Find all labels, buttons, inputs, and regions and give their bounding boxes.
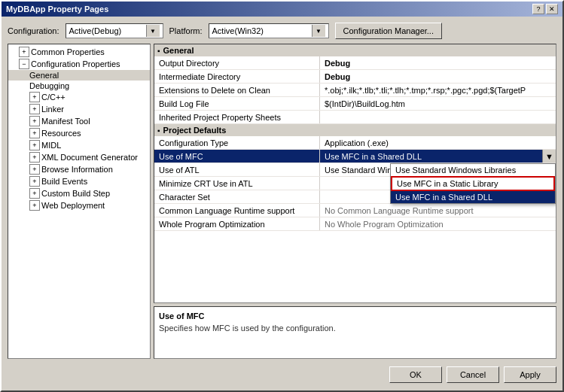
config-dropdown-arrow[interactable]: ▼ [146,25,160,37]
prop-value-intermediate-dir[interactable]: Debug [320,70,556,83]
config-dropdown[interactable]: Active(Debug) ▼ [66,23,163,38]
prop-value-config-type[interactable]: Application (.exe) [320,136,556,149]
popup-item-use-standard[interactable]: Use Standard Windows Libraries [391,164,555,176]
use-mfc-value: Use MFC in a Shared DLL [325,152,422,161]
prop-name-output-dir: Output Directory [154,56,320,69]
project-defaults-label: Project Defaults [163,126,227,135]
expand-midl[interactable] [29,140,40,150]
general-section-header: ▪ General [154,44,556,56]
prop-row-inherited-sheets: Inherited Project Property Sheets [154,111,556,124]
window-title: MyDBApp Property Pages [6,5,108,14]
popup-item-use-shared[interactable]: Use MFC in a Shared DLL [391,191,555,203]
tree-label-general: General [29,71,59,80]
prop-name-extensions: Extensions to Delete on Clean [154,84,320,96]
main-area: Common Properties Configuration Properti… [8,44,556,359]
tree-item-midl[interactable]: MIDL [8,139,150,151]
prop-name-buildlog: Build Log File [154,97,320,110]
tree-label-cpp: C/C++ [41,93,66,102]
prop-value-buildlog[interactable]: $(IntDir)\BuildLog.htm [320,97,556,110]
tree-label-resources: Resources [41,129,81,138]
prop-name-minimize-crt: Minimize CRT Use in ATL [154,177,320,190]
tree-item-resources[interactable]: Resources [8,127,150,139]
project-defaults-collapse-icon[interactable]: ▪ [157,126,160,135]
title-bar-buttons: ? ✕ [532,4,558,14]
expand-browse-info[interactable] [29,164,40,175]
tree-item-manifest[interactable]: Manifest Tool [8,115,150,127]
tree-item-browse-info[interactable]: Browse Information [8,163,150,175]
tree-item-config-props[interactable]: Configuration Properties [8,58,150,70]
prop-name-whole-program: Whole Program Optimization [154,217,320,230]
tree-label-debugging: Debugging [29,81,69,90]
tree-label-xml-doc: XML Document Generator [41,153,138,162]
tree-item-linker[interactable]: Linker [8,103,150,115]
config-label: Configuration: [8,26,59,35]
right-panel: ▪ General Output Directory Debug Interme… [154,44,556,359]
tree-item-cpp[interactable]: C/C++ [8,91,150,103]
platform-dropdown[interactable]: Active(Win32) ▼ [209,23,329,38]
tree-label-custom-build: Custom Build Step [41,189,110,198]
help-button[interactable]: ? [532,4,544,14]
prop-name-charset: Character Set [154,190,320,203]
prop-row-whole-program: Whole Program Optimization No Whole Prog… [154,217,556,231]
prop-row-use-mfc[interactable]: Use of MFC Use MFC in a Shared DLL ▼ Use… [154,150,556,163]
tree-item-build-events[interactable]: Build Events [8,175,150,187]
prop-name-use-mfc: Use of MFC [154,150,320,163]
prop-name-inherited-sheets: Inherited Project Property Sheets [154,111,320,123]
cancel-button[interactable]: Cancel [447,366,499,383]
prop-row-buildlog: Build Log File $(IntDir)\BuildLog.htm [154,97,556,111]
title-bar: MyDBApp Property Pages ? ✕ [2,2,562,17]
prop-value-extensions[interactable]: *.obj;*.ilk;*.tlb;*.tli;*.tlh;*.tmp;*.rs… [320,84,556,96]
tree-label-manifest: Manifest Tool [41,117,90,126]
popup-item-use-static[interactable]: Use MFC in a Static Library [391,176,555,191]
tree-item-general[interactable]: General [8,70,150,81]
prop-value-output-dir[interactable]: Debug [320,56,556,69]
tree-item-debugging[interactable]: Debugging [8,81,150,91]
main-window: MyDBApp Property Pages ? ✕ Configuration… [0,0,564,392]
tree-item-xml-doc[interactable]: XML Document Generator [8,151,150,163]
prop-row-clr: Common Language Runtime support No Commo… [154,204,556,217]
prop-row-extensions: Extensions to Delete on Clean *.obj;*.il… [154,84,556,97]
use-mfc-dropdown-popup[interactable]: Use Standard Windows Libraries Use MFC i… [390,163,556,204]
use-mfc-dropdown-arrow[interactable]: ▼ [542,150,556,163]
project-defaults-section-header: ▪ Project Defaults [154,124,556,136]
tree-item-web-deploy[interactable]: Web Deployment [8,199,150,211]
tree-label-linker: Linker [41,105,64,114]
expand-web-deploy[interactable] [29,200,40,211]
prop-name-use-atl: Use of ATL [154,163,320,176]
props-panel: ▪ General Output Directory Debug Interme… [154,44,556,303]
prop-value-inherited-sheets[interactable] [320,111,556,123]
prop-name-intermediate-dir: Intermediate Directory [154,70,320,83]
platform-label: Platform: [169,26,203,35]
top-bar: Configuration: Active(Debug) ▼ Platform:… [8,23,556,39]
platform-dropdown-arrow[interactable]: ▼ [312,25,325,37]
expand-manifest[interactable] [29,116,40,126]
prop-value-whole-program[interactable]: No Whole Program Optimization [320,217,556,230]
expand-config-props[interactable] [19,59,29,69]
prop-value-clr[interactable]: No Common Language Runtime support [320,204,556,217]
prop-name-clr: Common Language Runtime support [154,204,320,217]
expand-cpp[interactable] [29,92,40,102]
tree-label-build-events: Build Events [41,177,87,186]
close-button[interactable]: ✕ [546,4,558,14]
tree-item-custom-build[interactable]: Custom Build Step [8,187,150,199]
tree-label-common-props: Common Properties [31,47,105,56]
expand-custom-build[interactable] [29,188,40,199]
expand-build-events[interactable] [29,176,40,187]
expand-common-props[interactable] [19,47,29,57]
window-content: Configuration: Active(Debug) ▼ Platform:… [2,17,562,390]
tree-label-browse-info: Browse Information [41,165,113,174]
prop-value-use-mfc[interactable]: Use MFC in a Shared DLL ▼ Use Standard W… [320,150,556,163]
prop-row-intermediate-dir: Intermediate Directory Debug [154,70,556,84]
apply-button[interactable]: Apply [504,366,556,383]
ok-button[interactable]: OK [389,366,442,383]
config-value: Active(Debug) [69,26,122,35]
tree-label-web-deploy: Web Deployment [41,201,105,210]
general-collapse-icon[interactable]: ▪ [157,47,160,55]
tree-item-common-props[interactable]: Common Properties [8,46,150,58]
expand-linker[interactable] [29,104,40,114]
configuration-manager-button[interactable]: Configuration Manager... [335,23,442,39]
prop-name-config-type: Configuration Type [154,136,320,149]
info-description: Specifies how MFC is used by the configu… [159,324,551,333]
expand-xml-doc[interactable] [29,152,40,163]
expand-resources[interactable] [29,128,40,138]
